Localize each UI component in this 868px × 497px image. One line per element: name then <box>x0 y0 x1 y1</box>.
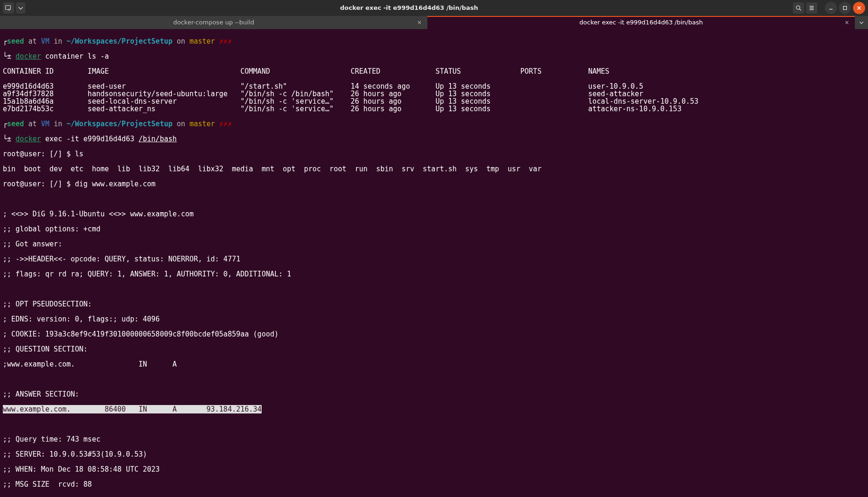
hamburger-menu-button[interactable] <box>806 2 817 14</box>
prompt-line: ┌seed at VM in ~/Workspaces/ProjectSetup… <box>3 120 865 128</box>
dig-output: ;; ANSWER SECTION: <box>3 390 865 398</box>
svg-rect-0 <box>6 6 11 10</box>
dig-output: ;; Got answer: <box>3 240 865 248</box>
dig-output: ; COOKIE: 193a3c8ef9c419f301000000658009… <box>3 330 865 338</box>
titlebar: docker exec -it e999d16d4d63 /bin/bash <box>0 0 868 16</box>
dig-output: ;; flags: qr rd ra; QUERY: 1, ANSWER: 1,… <box>3 270 865 278</box>
search-button[interactable] <box>793 2 804 14</box>
maximize-button[interactable] <box>839 2 851 14</box>
chevron-down-icon <box>17 5 24 11</box>
table-header: CONTAINER ID IMAGE COMMAND CREATED STATU… <box>3 68 865 75</box>
tab-label: docker exec -it e999d16d4d63 /bin/bash <box>580 19 703 26</box>
dig-output: ;; MSG SIZE rcvd: 88 <box>3 481 865 488</box>
shell-line: root@user: [/] $ ls <box>3 150 865 158</box>
tab-close-button[interactable]: × <box>843 18 851 27</box>
new-tab-dropdown[interactable] <box>16 2 25 14</box>
dig-output: ;; global options: +cmd <box>3 225 865 233</box>
dig-answer-highlight: www.example.com. 86400 IN A 93.184.216.3… <box>3 405 865 413</box>
blank-line <box>3 195 865 203</box>
svg-rect-2 <box>844 7 847 10</box>
shell-line: root@user: [/] $ dig www.example.com <box>3 180 865 188</box>
tab-bar: docker-compose up --build × docker exec … <box>0 16 868 29</box>
svg-point-1 <box>796 6 800 9</box>
command-line: └± docker exec -it e999d16d4d63 /bin/bas… <box>3 135 865 143</box>
minimize-icon <box>828 5 834 11</box>
dig-output: ;; OPT PSEUDOSECTION: <box>3 300 865 308</box>
dig-output: ;; WHEN: Mon Dec 18 08:58:48 UTC 2023 <box>3 466 865 473</box>
dig-output: ;www.example.com. IN A <box>3 360 865 368</box>
window-title: docker exec -it e999d16d4d63 /bin/bash <box>25 5 793 11</box>
minimize-button[interactable] <box>825 2 837 14</box>
chevron-down-icon <box>859 20 864 25</box>
command-line: └± docker container ls -a <box>3 53 865 60</box>
table-row: a9f34df37828 handsonsecurity/seed-ubuntu… <box>3 90 865 98</box>
terminal-viewport[interactable]: ┌seed at VM in ~/Workspaces/ProjectSetup… <box>0 29 868 497</box>
dig-output: ;; ->>HEADER<<- opcode: QUERY, status: N… <box>3 255 865 263</box>
tab-label: docker-compose up --build <box>173 19 254 26</box>
blank-line <box>3 421 865 428</box>
tab-active[interactable]: docker exec -it e999d16d4d63 /bin/bash × <box>427 16 855 29</box>
hamburger-icon <box>808 5 815 11</box>
dig-output: ; EDNS: version: 0, flags:; udp: 4096 <box>3 315 865 323</box>
blank-line <box>3 285 865 293</box>
terminal-plus-icon <box>5 5 12 11</box>
blank-line <box>3 375 865 383</box>
close-window-button[interactable] <box>853 2 865 14</box>
search-icon <box>795 5 802 11</box>
table-row: e7bd2174b53c seed-attacker_ns "/bin/sh -… <box>3 105 865 113</box>
table-row: 15a1b8a6d46a seed-local-dns-server "/bin… <box>3 98 865 105</box>
tab-close-button[interactable]: × <box>415 18 424 27</box>
dig-output: ;; Query time: 743 msec <box>3 436 865 443</box>
table-row: e999d16d4d63 seed-user "/start.sh" 14 se… <box>3 83 865 90</box>
dig-output: ;; QUESTION SECTION: <box>3 345 865 353</box>
new-tab-button[interactable] <box>3 2 14 14</box>
close-icon <box>856 5 862 11</box>
dig-output: ;; SERVER: 10.9.0.53#53(10.9.0.53) <box>3 451 865 458</box>
tab-menu-button[interactable] <box>855 16 868 29</box>
dig-output: ; <<>> DiG 9.16.1-Ubuntu <<>> www.exampl… <box>3 210 865 218</box>
tab-inactive[interactable]: docker-compose up --build × <box>0 16 427 29</box>
prompt-line: ┌seed at VM in ~/Workspaces/ProjectSetup… <box>3 38 865 45</box>
maximize-icon <box>842 5 848 11</box>
ls-output: bin boot dev etc home lib lib32 lib64 li… <box>3 165 865 173</box>
